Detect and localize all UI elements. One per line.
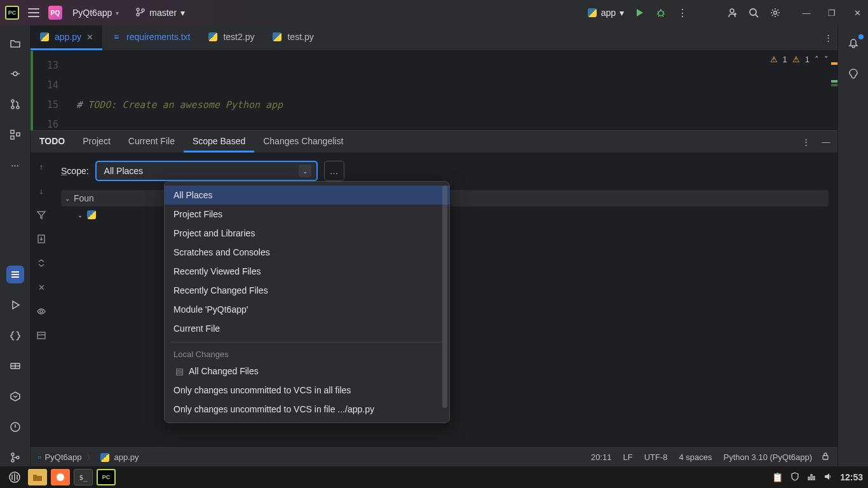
pull-requests-tool-button[interactable] bbox=[6, 95, 24, 113]
taskbar-pycharm-button[interactable]: PC bbox=[97, 469, 116, 485]
next-highlight-button[interactable]: ˅ bbox=[824, 55, 829, 64]
project-badge-icon: PQ bbox=[48, 6, 62, 20]
toolwindow-options-button[interactable]: ⋮ bbox=[797, 137, 815, 147]
scope-option[interactable]: Project Files bbox=[165, 205, 449, 224]
autoscroll-button[interactable] bbox=[34, 232, 48, 246]
prev-todo-button[interactable]: ↑ bbox=[34, 159, 48, 173]
ai-assistant-button[interactable] bbox=[844, 65, 862, 83]
error-stripe[interactable] bbox=[829, 51, 837, 130]
svg-point-23 bbox=[57, 473, 64, 481]
git-branch-selector[interactable]: master ▾ bbox=[135, 7, 185, 19]
cursor-position[interactable]: 20:11 bbox=[591, 452, 612, 462]
svg-rect-11 bbox=[11, 130, 14, 133]
main-menu-button[interactable] bbox=[25, 4, 42, 21]
editor-area[interactable]: 13141516 # TODO: Create an awesome Pytho… bbox=[31, 51, 837, 130]
svg-point-4 bbox=[730, 9, 734, 13]
scope-option[interactable]: All Places bbox=[165, 186, 449, 205]
start-menu-button[interactable] bbox=[5, 469, 24, 485]
filter-button[interactable] bbox=[34, 208, 48, 222]
scope-option[interactable]: Current File bbox=[165, 319, 449, 338]
scope-select[interactable]: All Places ⌄ bbox=[95, 161, 318, 181]
scrollbar[interactable] bbox=[442, 186, 447, 408]
scope-option[interactable]: Scratches and Consoles bbox=[165, 243, 449, 262]
notifications-button[interactable] bbox=[844, 34, 862, 52]
scope-option[interactable]: Recently Viewed Files bbox=[165, 262, 449, 281]
tray-network-icon[interactable] bbox=[807, 472, 816, 483]
editor-tabs-menu[interactable]: ⋮ bbox=[818, 25, 837, 50]
editor-tab-app[interactable]: app.py ✕ bbox=[31, 25, 102, 50]
todo-tool-button[interactable] bbox=[6, 266, 24, 283]
breadcrumb-file[interactable]: app.py bbox=[100, 452, 139, 463]
python-interpreter[interactable]: Python 3.10 (PyQt6app) bbox=[724, 452, 812, 462]
editor-tab-test[interactable]: test.py bbox=[263, 25, 322, 50]
toolwindow-hide-button[interactable]: — bbox=[817, 137, 835, 147]
run-config-selector[interactable]: app ▾ bbox=[587, 8, 624, 18]
vcs-tool-button[interactable] bbox=[6, 449, 24, 466]
window-minimize-button[interactable]: — bbox=[801, 7, 812, 18]
more-tools-button[interactable]: ⋯ bbox=[6, 156, 24, 174]
settings-button[interactable] bbox=[769, 6, 782, 19]
svg-point-6 bbox=[774, 11, 777, 15]
collapse-all-button[interactable]: ✕ bbox=[34, 280, 48, 294]
separator bbox=[171, 342, 443, 342]
commit-tool-button[interactable] bbox=[6, 65, 24, 83]
breadcrumb-project[interactable]: ▫ PyQt6app bbox=[38, 452, 81, 462]
svg-point-19 bbox=[40, 310, 43, 313]
scope-option[interactable]: Recently Changed Files bbox=[165, 281, 449, 300]
python-console-tool-button[interactable] bbox=[6, 327, 24, 344]
scope-dropdown-popup: All Places Project Files Project and Lib… bbox=[164, 181, 450, 423]
expand-all-button[interactable] bbox=[34, 256, 48, 270]
file-encoding[interactable]: UTF-8 bbox=[644, 452, 668, 462]
close-icon[interactable]: ✕ bbox=[86, 32, 93, 42]
group-by-button[interactable] bbox=[34, 329, 48, 342]
scope-option[interactable]: Project and Libraries bbox=[165, 224, 449, 243]
readonly-lock-icon[interactable] bbox=[821, 452, 830, 463]
svg-point-2 bbox=[142, 9, 144, 11]
problems-tool-button[interactable] bbox=[6, 418, 24, 436]
scope-option[interactable]: Only changes uncommitted to VCS in file … bbox=[165, 400, 449, 419]
scope-option[interactable]: Only changes uncommitted to VCS in all f… bbox=[165, 381, 449, 400]
chevron-down-icon: ⌄ bbox=[78, 212, 83, 219]
run-button[interactable] bbox=[633, 6, 646, 19]
project-name-label: PyQt6app bbox=[72, 8, 112, 18]
more-actions-button[interactable]: ⋮ bbox=[676, 6, 689, 19]
scope-option[interactable]: Module 'PyQt6app' bbox=[165, 300, 449, 319]
tab-label: app.py bbox=[55, 32, 81, 42]
structure-tool-button[interactable] bbox=[6, 126, 24, 144]
weak-warning-count: 1 bbox=[805, 55, 810, 64]
code-with-me-button[interactable] bbox=[726, 6, 738, 19]
python-packages-tool-button[interactable] bbox=[6, 357, 24, 375]
svg-point-16 bbox=[11, 459, 14, 462]
scope-edit-button[interactable]: … bbox=[324, 161, 344, 181]
editor-tab-test2[interactable]: test2.py bbox=[199, 25, 263, 50]
pycharm-logo-icon: PC bbox=[5, 6, 19, 20]
line-separator[interactable]: LF bbox=[623, 452, 632, 462]
indent-settings[interactable]: 4 spaces bbox=[679, 452, 712, 462]
inspection-widget[interactable]: ⚠1 ⚠1 ˄ ˅ bbox=[770, 55, 829, 64]
prev-highlight-button[interactable]: ˄ bbox=[815, 55, 819, 64]
search-everywhere-button[interactable] bbox=[747, 6, 760, 19]
tab-label: requirements.txt bbox=[126, 32, 190, 42]
debug-button[interactable] bbox=[654, 6, 667, 19]
right-tool-strip bbox=[837, 25, 868, 466]
project-tool-button[interactable] bbox=[6, 34, 24, 52]
preview-button[interactable] bbox=[34, 304, 48, 318]
chevron-right-icon: 〉 bbox=[86, 452, 95, 463]
scope-option[interactable]: ▤All Changed Files bbox=[165, 362, 449, 381]
svg-point-1 bbox=[137, 13, 139, 16]
tray-clipboard-icon[interactable]: 📋 bbox=[772, 472, 783, 482]
tray-shield-icon[interactable] bbox=[790, 472, 799, 483]
window-close-button[interactable]: ✕ bbox=[851, 7, 863, 18]
services-tool-button[interactable] bbox=[6, 388, 24, 405]
next-todo-button[interactable]: ↓ bbox=[34, 184, 48, 198]
taskbar-firefox-button[interactable] bbox=[51, 469, 70, 485]
taskbar-files-button[interactable] bbox=[28, 469, 47, 485]
editor-tab-requirements[interactable]: ≡ requirements.txt bbox=[102, 25, 199, 50]
taskbar-terminal-button[interactable]: $_ bbox=[74, 469, 93, 485]
project-selector[interactable]: PyQt6app ▾ bbox=[69, 5, 123, 20]
tray-clock[interactable]: 12:53 bbox=[840, 472, 863, 482]
run-tool-button[interactable] bbox=[6, 296, 24, 314]
window-maximize-button[interactable]: ❐ bbox=[826, 7, 837, 18]
code-content: # TODO: Create an awesome Python app bbox=[64, 51, 837, 130]
tray-volume-icon[interactable] bbox=[824, 472, 832, 483]
